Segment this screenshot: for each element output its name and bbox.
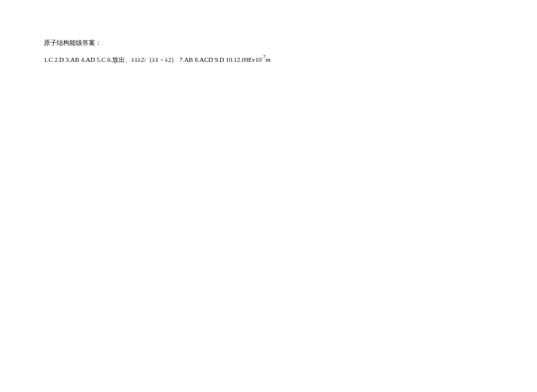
document-title: 原子结构能级答案： xyxy=(44,37,493,49)
answer-exponent: -7 xyxy=(261,55,266,60)
answer-text-part1: 1.C 2.D 3.AB 4.AD 5.C 6.放出、λ1λ2/（λ1－λ2） … xyxy=(44,55,261,62)
answer-line: 1.C 2.D 3.AB 4.AD 5.C 6.放出、λ1λ2/（λ1－λ2） … xyxy=(44,54,493,65)
answer-text-part2: m xyxy=(266,55,271,62)
